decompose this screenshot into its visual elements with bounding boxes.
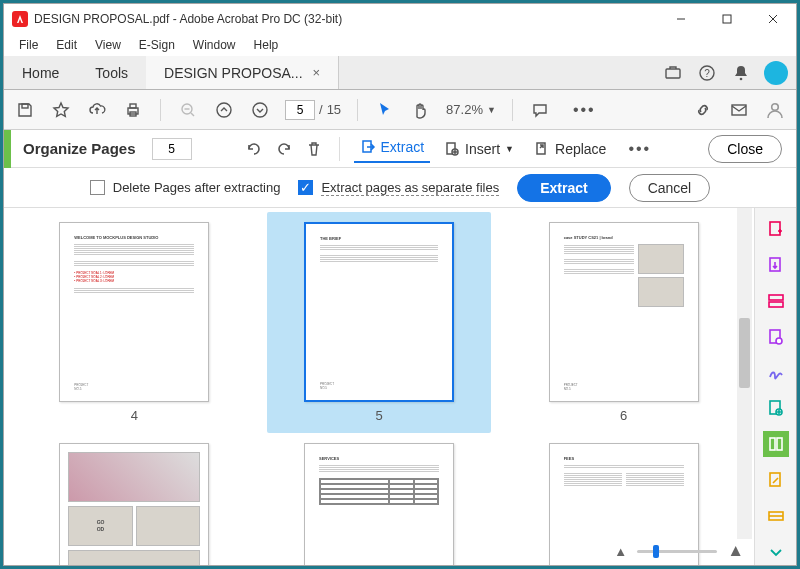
zoom-slider[interactable] — [637, 550, 717, 553]
svg-rect-27 — [769, 302, 783, 307]
content-area: WELCOME TO MOCKPLUS DESIGN STUDIO • PROJ… — [4, 208, 796, 565]
tab-home[interactable]: Home — [4, 56, 77, 89]
separate-files-checkbox[interactable]: ✓ Extract pages as separate files — [298, 180, 499, 196]
menu-esign[interactable]: E-Sign — [130, 36, 184, 54]
link-icon[interactable] — [692, 99, 714, 121]
thumbnail-pane[interactable]: WELCOME TO MOCKPLUS DESIGN STUDIO • PROJ… — [4, 208, 754, 565]
app-logo-icon — [12, 11, 28, 27]
svg-line-14 — [191, 113, 194, 116]
page-down-icon[interactable] — [249, 99, 271, 121]
insert-dropdown[interactable]: Insert ▼ — [438, 137, 520, 161]
page-total: 15 — [327, 102, 341, 117]
thumb-label: 4 — [131, 408, 138, 423]
app-window: DESIGN PROPOSAL.pdf - Adobe Acrobat Pro … — [3, 3, 797, 566]
menu-edit[interactable]: Edit — [47, 36, 86, 54]
hand-icon[interactable] — [410, 99, 432, 121]
print-icon[interactable] — [122, 99, 144, 121]
page-up-icon[interactable] — [213, 99, 235, 121]
organize-page-input[interactable] — [152, 138, 192, 160]
extract-button[interactable]: Extract — [517, 174, 610, 202]
comment-icon[interactable] — [529, 99, 551, 121]
main-toolbar: / 15 87.2% ▼ ••• — [4, 90, 796, 130]
menu-view[interactable]: View — [86, 36, 130, 54]
svg-point-16 — [217, 103, 231, 117]
svg-rect-26 — [769, 295, 783, 300]
sign-icon[interactable] — [763, 360, 789, 386]
page-thumb-4[interactable]: WELCOME TO MOCKPLUS DESIGN STUDIO • PROJ… — [32, 222, 237, 423]
replace-button[interactable]: Replace — [528, 137, 612, 161]
organize-bar: Organize Pages Extract Insert ▼ Replace … — [4, 130, 796, 168]
zoom-small-icon[interactable]: ▲ — [614, 544, 627, 559]
edit-pdf-icon[interactable] — [763, 288, 789, 314]
cloud-upload-icon[interactable] — [86, 99, 108, 121]
svg-point-8 — [740, 77, 743, 80]
minimize-button[interactable] — [658, 4, 704, 34]
combine-icon[interactable] — [763, 396, 789, 422]
rotate-right-icon[interactable] — [273, 138, 295, 160]
account-icon[interactable] — [764, 99, 786, 121]
tab-document[interactable]: DESIGN PROPOSA... × — [146, 56, 339, 89]
chevron-down-icon: ▼ — [505, 144, 514, 154]
tab-tools[interactable]: Tools — [77, 56, 146, 89]
avatar[interactable] — [764, 61, 788, 85]
menu-help[interactable]: Help — [245, 36, 288, 54]
close-tab-icon[interactable]: × — [313, 65, 321, 80]
thumb-label: 5 — [375, 408, 382, 423]
svg-text:?: ? — [704, 68, 710, 79]
svg-rect-32 — [770, 438, 775, 450]
replace-label: Replace — [555, 141, 606, 157]
organize-title: Organize Pages — [23, 140, 136, 157]
zoom-value: 87.2% — [446, 102, 483, 117]
menu-file[interactable]: File — [10, 36, 47, 54]
page-thumb-5[interactable]: THE BRIEF PROJECTNO.5 5 — [267, 212, 492, 433]
svg-point-17 — [253, 103, 267, 117]
bell-icon[interactable] — [730, 62, 752, 84]
zoom-large-icon[interactable]: ▲ — [727, 541, 744, 561]
chevron-down-icon: ▼ — [487, 105, 496, 115]
export-pdf-icon[interactable] — [763, 252, 789, 278]
svg-rect-9 — [22, 104, 28, 108]
page-thumb-8[interactable]: SERVICES — [277, 443, 482, 565]
separate-files-label: Extract pages as separate files — [321, 180, 499, 196]
extract-options: Delete Pages after extracting ✓ Extract … — [4, 168, 796, 208]
star-icon[interactable] — [50, 99, 72, 121]
sync-icon[interactable] — [662, 62, 684, 84]
zoom-out-icon[interactable] — [177, 99, 199, 121]
tools-rail — [754, 208, 796, 565]
rotate-left-icon[interactable] — [243, 138, 265, 160]
save-icon[interactable] — [14, 99, 36, 121]
maximize-button[interactable] — [704, 4, 750, 34]
redact-icon[interactable] — [763, 503, 789, 529]
tabbar: Home Tools DESIGN PROPOSA... × ? — [4, 56, 796, 90]
delete-after-checkbox[interactable]: Delete Pages after extracting — [90, 180, 281, 195]
menu-window[interactable]: Window — [184, 36, 245, 54]
cancel-button[interactable]: Cancel — [629, 174, 711, 202]
page-sep: / — [319, 102, 323, 117]
mail-icon[interactable] — [728, 99, 750, 121]
svg-rect-2 — [723, 15, 731, 23]
page-thumb-6[interactable]: case STUDY CS21 | brand — [521, 222, 726, 423]
insert-label: Insert — [465, 141, 500, 157]
compress-icon[interactable] — [763, 467, 789, 493]
page-number-input[interactable] — [285, 100, 315, 120]
delete-icon[interactable] — [303, 138, 325, 160]
pointer-icon[interactable] — [374, 99, 396, 121]
close-panel-button[interactable]: Close — [708, 135, 782, 163]
organize-more-icon[interactable]: ••• — [620, 140, 659, 158]
thumbnail-zoom: ▲ ▲ — [614, 541, 744, 561]
more-icon[interactable]: ••• — [565, 101, 604, 119]
create-pdf-icon[interactable] — [763, 216, 789, 242]
help-icon[interactable]: ? — [696, 62, 718, 84]
organize-tool-icon[interactable] — [763, 431, 789, 457]
tab-document-label: DESIGN PROPOSA... — [164, 65, 302, 81]
extract-tab[interactable]: Extract — [354, 135, 431, 163]
more-tools-icon[interactable] — [763, 539, 789, 565]
svg-rect-11 — [130, 104, 136, 108]
comment-tool-icon[interactable] — [763, 324, 789, 350]
scrollbar[interactable] — [737, 208, 752, 539]
zoom-dropdown[interactable]: 87.2% ▼ — [446, 102, 496, 117]
extract-tab-label: Extract — [381, 139, 425, 155]
close-window-button[interactable] — [750, 4, 796, 34]
page-indicator: / 15 — [285, 100, 341, 120]
page-thumb-7[interactable]: GOOD JOE? — [32, 443, 237, 565]
